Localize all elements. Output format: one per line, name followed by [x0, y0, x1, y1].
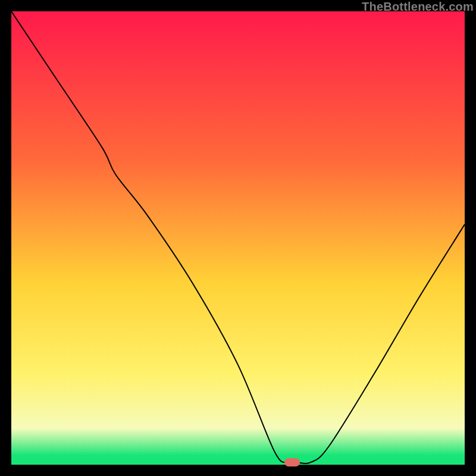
plot-area — [11, 11, 465, 465]
bottleneck-curve — [11, 11, 465, 465]
chart-frame: TheBottleneck.com — [0, 0, 476, 476]
watermark-label: TheBottleneck.com — [362, 0, 474, 14]
optimal-marker — [284, 458, 300, 466]
